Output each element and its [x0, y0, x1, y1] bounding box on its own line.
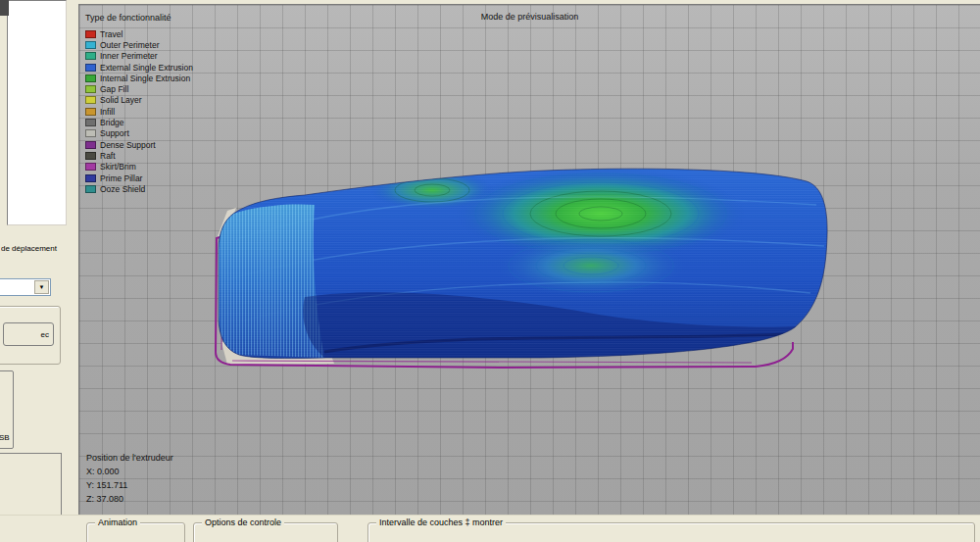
extruder-y: Y: 151.711	[86, 478, 173, 492]
extruder-position: Position de l'extrudeur X: 0.000 Y: 151.…	[86, 451, 173, 506]
legend-item: Skirt/Brim	[85, 162, 193, 172]
legend-item: Bridge	[85, 117, 193, 127]
speed-dropdown[interactable]: ▼	[0, 278, 51, 296]
layer-range-group-title: Intervalle de couches ‡ montrer	[376, 517, 506, 528]
legend-item-label: Solid Layer	[100, 95, 142, 105]
legend-item-label: Prime Pillar	[100, 173, 142, 183]
legend-item-label: Gap Fill	[100, 84, 128, 94]
preview-mode-label: Mode de prévisualisation	[79, 12, 980, 22]
avec-button[interactable]: ec	[3, 322, 54, 346]
bottom-toolbar: Animation Options de controle Intervalle…	[0, 515, 980, 542]
extruder-z: Z: 37.080	[86, 492, 173, 506]
legend-item: Outer Perimeter	[85, 39, 193, 50]
legend-item: Inner Perimeter	[85, 51, 193, 62]
legend-item: Ooze Shield	[85, 183, 193, 194]
legend-title: Type de fonctionnalité	[85, 13, 193, 23]
legend-color-swatch	[85, 119, 96, 126]
legend-color-swatch	[85, 64, 96, 72]
preview-viewport[interactable]: Mode de prévisualisation Type de fonctio…	[78, 4, 980, 516]
legend-item: Travel	[85, 28, 193, 39]
legend-color-swatch	[85, 185, 96, 193]
lower-panel	[0, 453, 62, 518]
legend-color-swatch	[85, 52, 96, 60]
legend-color-swatch	[85, 152, 96, 160]
legend-item-label: Travel	[100, 29, 122, 39]
legend-items: TravelOuter PerimeterInner PerimeterExte…	[85, 28, 193, 194]
gcode-model[interactable]	[207, 160, 834, 375]
legend-color-swatch	[85, 174, 96, 182]
legend-item-label: Raft	[100, 151, 116, 161]
legend-item-label: Infill	[100, 107, 115, 117]
legend-color-swatch	[85, 108, 96, 116]
controls-group-title: Options de controle	[202, 517, 284, 528]
animation-group: Animation	[86, 522, 185, 542]
legend-item-label: Ooze Shield	[100, 184, 145, 194]
legend-color-swatch	[85, 41, 96, 49]
legend-item-label: Internal Single Extrusion	[100, 74, 190, 83]
left-panel: de déplacement ▼ ec SB	[0, 0, 78, 516]
legend-color-swatch	[85, 85, 96, 93]
controls-group: Options de controle	[193, 522, 338, 542]
legend-item-label: Outer Perimeter	[100, 40, 159, 50]
legend-item-label: Dense Support	[100, 140, 156, 150]
legend-color-swatch	[85, 74, 96, 82]
legend-item: Infill	[85, 106, 193, 117]
window-fragment	[0, 0, 9, 16]
legend-color-swatch	[85, 141, 96, 149]
legend-item: Raft	[85, 150, 193, 161]
animation-group-title: Animation	[95, 517, 140, 528]
layer-range-group: Intervalle de couches ‡ montrer	[368, 522, 975, 542]
speed-label: de déplacement	[1, 244, 64, 254]
feature-legend: Type de fonctionnalité TravelOuter Perim…	[85, 13, 193, 194]
legend-item-label: Inner Perimeter	[100, 51, 158, 61]
legend-item: External Single Extrusion	[85, 62, 193, 73]
chevron-down-icon[interactable]: ▼	[34, 280, 49, 294]
legend-item-label: Bridge	[100, 118, 124, 127]
legend-color-swatch	[85, 163, 96, 171]
legend-item: Solid Layer	[85, 95, 193, 106]
process-list[interactable]	[7, 0, 67, 225]
legend-color-swatch	[85, 30, 96, 38]
legend-item-label: External Single Extrusion	[100, 63, 193, 73]
legend-item-label: Support	[100, 128, 129, 138]
legend-item: Gap Fill	[85, 83, 193, 94]
legend-color-swatch	[85, 129, 96, 137]
extruder-x: X: 0.000	[86, 465, 173, 478]
model-body	[207, 160, 834, 375]
legend-item: Support	[85, 128, 193, 139]
extruder-position-title: Position de l'extrudeur	[86, 451, 173, 465]
legend-item: Prime Pillar	[85, 172, 193, 183]
legend-item: Dense Support	[85, 139, 193, 150]
legend-item: Internal Single Extrusion	[85, 73, 193, 83]
sidebar-groupbox: ec	[0, 306, 61, 365]
legend-color-swatch	[85, 96, 96, 104]
usb-button[interactable]: SB	[0, 370, 14, 449]
legend-item-label: Skirt/Brim	[100, 162, 136, 172]
